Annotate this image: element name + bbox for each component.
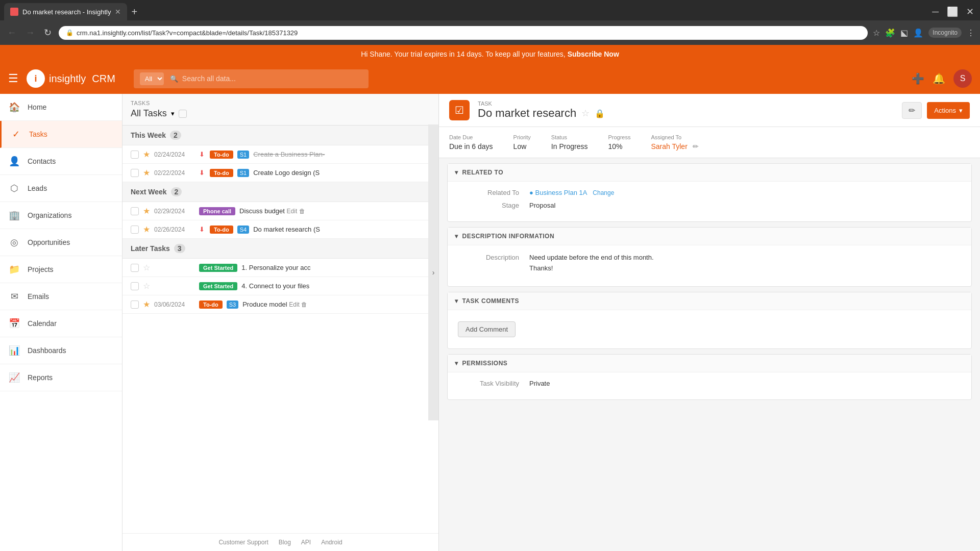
- task-name[interactable]: Produce model Edit 🗑: [242, 300, 430, 308]
- tasks-icon: ✓: [10, 128, 22, 140]
- meta-assigned-to: Assigned To Sarah Tyler ✏: [651, 134, 698, 151]
- sidebar-item-emails[interactable]: ✉ Emails: [0, 283, 122, 310]
- sidebar-label-projects: Projects: [28, 265, 54, 273]
- star-icon[interactable]: ★: [143, 206, 150, 216]
- organizations-icon: 🏢: [8, 209, 20, 221]
- sidebar-item-reports[interactable]: 📈 Reports: [0, 364, 122, 391]
- related-to-link[interactable]: Business Plan 1A: [535, 189, 586, 196]
- stage-field-label: Stage: [458, 202, 529, 209]
- task-checkbox[interactable]: [131, 207, 139, 215]
- close-tab-icon[interactable]: ✕: [115, 8, 121, 16]
- task-checkbox[interactable]: [131, 226, 139, 234]
- logo-initial: i: [34, 73, 37, 84]
- task-name[interactable]: Do market research (S: [253, 226, 430, 233]
- maximize-button[interactable]: ⬜: [947, 6, 958, 17]
- hamburger-menu-icon[interactable]: ☰: [8, 72, 18, 85]
- sidebar-item-opportunities[interactable]: ◎ Opportunities: [0, 229, 122, 256]
- progress-value: 10%: [608, 142, 630, 151]
- user-avatar[interactable]: S: [953, 69, 972, 88]
- browser-tab[interactable]: Do market research - Insightly ✕: [4, 3, 127, 20]
- subscribe-link[interactable]: Subscribe Now: [568, 50, 619, 58]
- task-title-text: Do market research: [478, 107, 576, 120]
- sidebar-item-home[interactable]: 🏠 Home: [0, 94, 122, 121]
- back-button[interactable]: ←: [5, 26, 18, 40]
- forward-button[interactable]: →: [23, 26, 37, 40]
- main-content: TASKS All Tasks ▾ This Week 2 ★ 02/24/20…: [122, 94, 980, 551]
- select-all-checkbox[interactable]: [179, 110, 187, 118]
- tasks-dropdown-icon[interactable]: ▾: [171, 110, 175, 117]
- sidebar: 🏠 Home ✓ Tasks 👤 Contacts ⬡ Leads 🏢 Orga…: [0, 94, 122, 551]
- sidebar-item-contacts[interactable]: 👤 Contacts: [0, 148, 122, 175]
- task-name[interactable]: 4. Connect to your files: [241, 282, 430, 290]
- star-icon[interactable]: ☆: [143, 263, 150, 272]
- task-checkbox[interactable]: [131, 264, 139, 272]
- cast-icon[interactable]: ⬕: [900, 28, 908, 38]
- notifications-icon[interactable]: 🔔: [933, 72, 945, 85]
- task-checkbox[interactable]: [131, 282, 139, 290]
- task-checkbox[interactable]: [131, 169, 139, 177]
- task-row[interactable]: ★ 02/22/2024 ⬇ To-do S1 Create Logo desi…: [122, 164, 438, 182]
- footer-android[interactable]: Android: [321, 539, 342, 546]
- star-icon[interactable]: ☆: [143, 281, 150, 291]
- menu-icon[interactable]: ⋮: [967, 28, 975, 38]
- tasks-title-text: All Tasks: [131, 108, 167, 119]
- toolbar-icons: ☆ 🧩 ⬕ 👤 Incognito ⋮: [873, 28, 975, 38]
- minimize-button[interactable]: ─: [932, 7, 939, 17]
- search-input[interactable]: [182, 74, 362, 83]
- this-week-label: This Week: [131, 131, 166, 139]
- search-dropdown[interactable]: All: [140, 72, 164, 85]
- sidebar-item-tasks[interactable]: ✓ Tasks: [0, 121, 122, 148]
- related-to-header[interactable]: ▾ RELATED TO: [448, 164, 971, 182]
- task-checkbox[interactable]: [131, 300, 139, 309]
- footer-blog[interactable]: Blog: [279, 539, 291, 546]
- task-row[interactable]: ★ 02/29/2024 Phone call Discuss budget E…: [122, 202, 438, 220]
- task-name[interactable]: Create a Business Plan-: [253, 151, 430, 158]
- bookmark-icon[interactable]: ☆: [873, 28, 880, 38]
- profile-icon[interactable]: 👤: [913, 28, 923, 38]
- actions-button[interactable]: Actions ▾: [927, 102, 970, 119]
- tasks-scroll: This Week 2 ★ 02/24/2024 ⬇ To-do S1 Crea…: [122, 126, 438, 533]
- task-row[interactable]: ☆ Get Started 4. Connect to your files: [122, 277, 438, 295]
- later-tasks-label: Later Tasks: [131, 244, 170, 253]
- task-row[interactable]: ★ 02/26/2024 ⬇ To-do S4 Do market resear…: [122, 220, 438, 239]
- star-icon[interactable]: ★: [143, 224, 150, 234]
- address-bar[interactable]: 🔒 crm.na1.insightly.com/list/Task?v=comp…: [59, 26, 868, 40]
- footer-api[interactable]: API: [301, 539, 311, 546]
- comments-header[interactable]: ▾ TASK COMMENTS: [448, 292, 971, 310]
- task-star-icon[interactable]: ☆: [581, 108, 590, 119]
- sidebar-item-projects[interactable]: 📁 Projects: [0, 256, 122, 283]
- sidebar-item-calendar[interactable]: 📅 Calendar: [0, 310, 122, 337]
- add-comment-button[interactable]: Add Comment: [458, 321, 516, 337]
- task-row[interactable]: ★ 03/06/2024 To-do S3 Produce model Edit…: [122, 295, 438, 314]
- star-icon[interactable]: ★: [143, 299, 150, 309]
- sidebar-item-organizations[interactable]: 🏢 Organizations: [0, 202, 122, 229]
- star-icon[interactable]: ★: [143, 149, 150, 159]
- star-icon[interactable]: ★: [143, 168, 150, 178]
- sidebar-item-dashboards[interactable]: 📊 Dashboards: [0, 337, 122, 364]
- search-bar[interactable]: All 🔍: [134, 69, 369, 88]
- collapse-panel-button[interactable]: ›: [428, 124, 438, 420]
- description-section: ▾ DESCRIPTION INFORMATION Description Ne…: [447, 227, 972, 287]
- permissions-header[interactable]: ▾ PERMISSIONS: [448, 355, 971, 372]
- close-window-button[interactable]: ✕: [966, 6, 974, 17]
- comments-section: ▾ TASK COMMENTS Add Comment: [447, 292, 972, 349]
- task-name[interactable]: Create Logo design (S: [253, 169, 430, 177]
- edit-button[interactable]: ✏: [902, 102, 922, 119]
- description-field-label: Description: [458, 254, 529, 261]
- task-date: 02/29/2024: [154, 208, 195, 215]
- add-icon[interactable]: ➕: [912, 72, 924, 85]
- task-name[interactable]: Discuss budget Edit 🗑: [239, 207, 430, 215]
- new-tab-button[interactable]: +: [127, 6, 141, 18]
- assigned-to-value[interactable]: Sarah Tyler ✏: [651, 142, 698, 151]
- sidebar-item-leads[interactable]: ⬡ Leads: [0, 175, 122, 202]
- task-name[interactable]: 1. Personalize your acc: [241, 264, 430, 271]
- extensions-icon[interactable]: 🧩: [885, 28, 895, 38]
- change-link[interactable]: Change: [593, 189, 614, 196]
- task-row[interactable]: ★ 02/24/2024 ⬇ To-do S1 Create a Busines…: [122, 145, 438, 164]
- task-checkbox[interactable]: [131, 151, 139, 159]
- reload-button[interactable]: ↻: [42, 25, 54, 40]
- task-row[interactable]: ☆ Get Started 1. Personalize your acc: [122, 259, 438, 277]
- footer-customer-support[interactable]: Customer Support: [218, 539, 268, 546]
- assigned-to-edit-icon[interactable]: ✏: [693, 142, 699, 151]
- description-header[interactable]: ▾ DESCRIPTION INFORMATION: [448, 228, 971, 245]
